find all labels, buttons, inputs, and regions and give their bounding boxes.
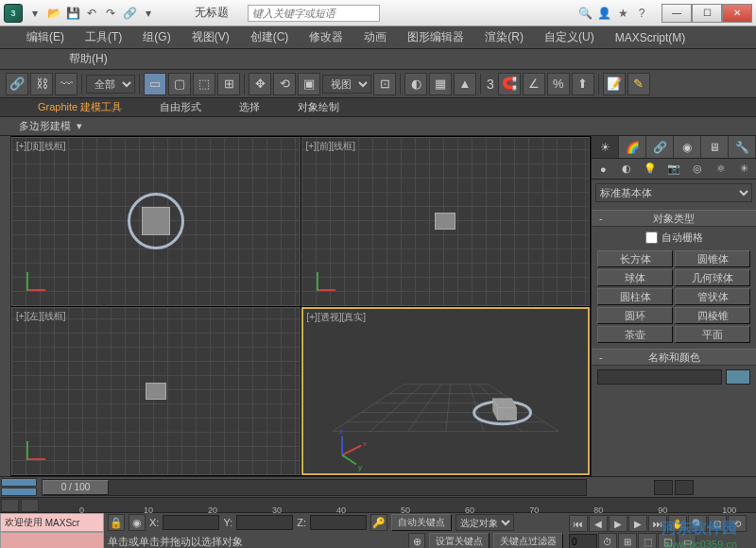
select-name-icon[interactable]: ▢ [168, 73, 191, 95]
menu-item[interactable]: 编辑(E) [19, 27, 72, 47]
primitive-button[interactable]: 平面 [675, 326, 750, 343]
rotate-tool-icon[interactable]: ⟲ [273, 73, 296, 95]
maximize-button[interactable]: ☐ [692, 4, 722, 23]
zoom-extents-icon[interactable]: ⊞ [618, 533, 637, 548]
shapes-subtab-icon[interactable]: ◐ [615, 159, 639, 179]
prev-frame-icon[interactable]: ◀ [589, 515, 608, 532]
goto-end-icon[interactable]: ⏭ [648, 515, 667, 532]
favorite-icon[interactable]: ★ [614, 5, 631, 22]
grid-spinner[interactable] [654, 480, 673, 495]
create-tab-icon[interactable]: ☀ [592, 136, 619, 158]
primitive-button[interactable]: 长方体 [597, 250, 673, 267]
search-input[interactable] [248, 5, 380, 22]
menu-item[interactable]: 创建(C) [243, 27, 297, 47]
addtime-icon[interactable]: ⊕ [408, 533, 425, 548]
object-name-input[interactable] [597, 369, 722, 385]
viewport-front[interactable]: [+][前][线框] [301, 137, 591, 306]
viewport-label[interactable]: [+][透视][真实] [307, 311, 367, 324]
time-config-icon[interactable]: ⏱ [598, 533, 617, 548]
keyboard-icon[interactable]: ▦ [429, 73, 452, 95]
keyfilter-button[interactable]: 关键点过滤器 [493, 533, 563, 548]
ref-coord-select[interactable]: 视图 [322, 75, 371, 94]
link-icon[interactable]: 🔗 [121, 5, 138, 22]
menu-item[interactable]: 帮助(H) [61, 49, 115, 69]
helpers-subtab-icon[interactable]: ◎ [685, 159, 709, 179]
viewport-left[interactable]: [+][左][线框] [11, 307, 301, 476]
ribbon-tab[interactable]: 选择 [230, 98, 269, 116]
viewport-perspective[interactable]: x z y [+][透视][真实] [301, 307, 591, 476]
move-tool-icon[interactable]: ✥ [249, 73, 271, 95]
viewport-label[interactable]: [+][左][线框] [16, 310, 66, 323]
menu-item[interactable]: MAXScript(M) [608, 29, 694, 46]
primitive-button[interactable]: 球体 [597, 269, 673, 286]
modify-tab-icon[interactable]: 🌈 [619, 136, 646, 158]
primitive-button[interactable]: 几何球体 [675, 269, 750, 286]
motion-tab-icon[interactable]: ◉ [674, 136, 701, 158]
z-coord-input[interactable] [310, 515, 367, 530]
object-type-rollout[interactable]: 对象类型 [592, 210, 756, 227]
display-tab-icon[interactable]: 🖥 [701, 136, 729, 158]
next-frame-icon[interactable]: ▶ [628, 515, 647, 532]
timeline-toggle2-icon[interactable] [1, 488, 37, 496]
qat-more-icon[interactable]: ▾ [140, 5, 157, 22]
viewport-label[interactable]: [+][顶][线框] [16, 140, 66, 153]
frame-input[interactable] [569, 534, 597, 548]
primitive-button[interactable]: 圆锥体 [675, 250, 750, 267]
key-icon[interactable]: 🔑 [370, 514, 387, 531]
link-tool-icon[interactable]: 🔗 [6, 73, 28, 95]
primitive-button[interactable]: 茶壶 [597, 326, 673, 343]
track-icon2[interactable] [21, 499, 39, 512]
ribbon-tab[interactable]: 自由形式 [150, 98, 211, 116]
timeline-toggle-icon[interactable] [1, 478, 37, 487]
manipulate-icon[interactable]: ◐ [404, 73, 427, 95]
new-icon[interactable]: ▾ [26, 5, 43, 22]
angle-snap-icon[interactable]: ∠ [523, 73, 545, 95]
mirror-icon[interactable]: ✎ [627, 73, 650, 95]
time-slider[interactable]: 0 / 100 [42, 479, 587, 496]
scale-tool-icon[interactable]: ▣ [298, 73, 320, 95]
communicate-icon[interactable]: 👤 [595, 5, 612, 22]
ribbon-panel-label[interactable]: 多边形建模 [19, 119, 71, 133]
autogrid-checkbox[interactable] [645, 231, 658, 244]
grid-spinner2[interactable] [675, 480, 694, 495]
ribbon-tab[interactable]: Graphite 建模工具 [28, 98, 131, 116]
time-slider-handle[interactable]: 0 / 100 [43, 480, 109, 495]
selection-filter-select[interactable]: 全部 [86, 75, 135, 94]
unlink-tool-icon[interactable]: ⛓ [30, 73, 53, 95]
y-coord-input[interactable] [236, 515, 293, 530]
viewport-label[interactable]: [+][前][线框] [306, 140, 356, 153]
autokey-button[interactable]: 自动关键点 [391, 514, 452, 531]
pan-icon[interactable]: ✋ [668, 515, 687, 532]
menu-item[interactable]: 视图(V) [184, 27, 237, 47]
menu-item[interactable]: 自定义(U) [537, 27, 602, 47]
primitive-button[interactable]: 管状体 [675, 288, 750, 305]
lock-icon[interactable]: 🔒 [108, 514, 125, 531]
viewport-top[interactable]: [+][顶][线框] [11, 137, 301, 306]
setkey-button[interactable]: 设置关键点 [429, 533, 490, 548]
close-button[interactable]: ✕ [722, 4, 752, 23]
menu-item[interactable]: 修改器 [301, 27, 351, 47]
save-icon[interactable]: 💾 [64, 5, 81, 22]
name-color-rollout[interactable]: 名称和颜色 [592, 349, 756, 366]
window-crossing-icon[interactable]: ⊞ [217, 73, 240, 95]
help-icon[interactable]: ? [633, 5, 650, 22]
editor-icon[interactable]: 📝 [603, 73, 626, 95]
orbit-icon[interactable]: ⟲ [728, 515, 747, 532]
minimize-button[interactable]: — [662, 4, 692, 23]
menu-item[interactable]: 渲染(R) [477, 27, 531, 47]
pivot-icon[interactable]: ⊡ [373, 73, 396, 95]
named-sel-icon[interactable]: ▲ [454, 73, 476, 95]
script-listener[interactable] [0, 532, 104, 548]
isolate-icon[interactable]: ◉ [129, 514, 146, 531]
zoom-all-icon[interactable]: ⬚ [638, 533, 657, 548]
menu-item[interactable]: 动画 [356, 27, 394, 47]
ribbon-tab[interactable]: 对象绘制 [288, 98, 349, 116]
primitive-button[interactable]: 圆环 [597, 307, 673, 324]
category-select[interactable]: 标准基本体 [595, 183, 752, 202]
open-icon[interactable]: 📂 [45, 5, 62, 22]
primitive-button[interactable]: 四棱锥 [675, 307, 750, 324]
menu-item[interactable]: 工具(T) [77, 27, 129, 47]
x-coord-input[interactable] [163, 515, 219, 530]
object-color-swatch[interactable] [726, 369, 750, 385]
undo-icon[interactable]: ↶ [83, 5, 100, 22]
